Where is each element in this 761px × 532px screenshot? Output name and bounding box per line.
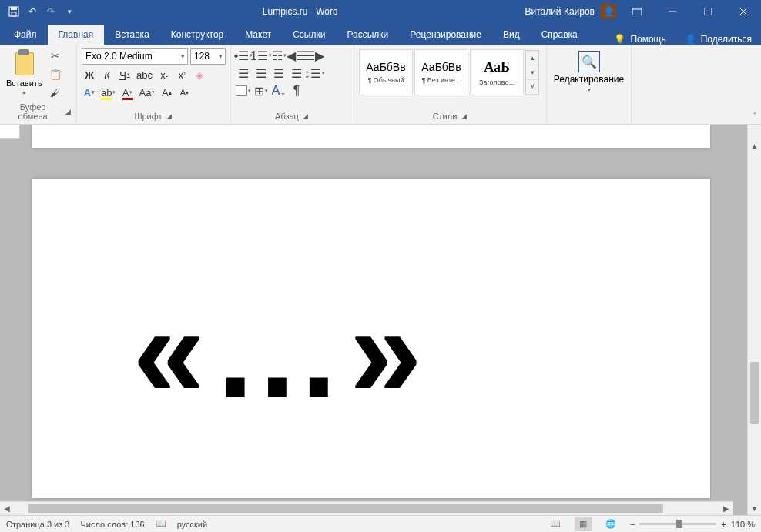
print-layout-button[interactable]: ▦ bbox=[575, 517, 592, 531]
tab-help[interactable]: Справка bbox=[531, 25, 588, 45]
clear-formatting-button[interactable]: ◈ bbox=[192, 67, 207, 82]
tab-references[interactable]: Ссылки bbox=[282, 25, 336, 45]
strikethrough-button[interactable]: abc bbox=[135, 67, 154, 82]
align-right-button[interactable]: ☰ bbox=[271, 65, 287, 81]
styles-scrollbar[interactable]: ▴▾⊻ bbox=[525, 50, 539, 95]
web-layout-button[interactable]: 🌐 bbox=[602, 517, 619, 531]
styles-more-icon[interactable]: ⊻ bbox=[526, 80, 538, 95]
user-avatar[interactable]: 👤 bbox=[601, 4, 616, 19]
editing-button[interactable]: 🔍 Редактирование ▾ bbox=[551, 48, 626, 93]
borders-button[interactable]: ⊞ bbox=[253, 83, 269, 99]
tab-home[interactable]: Главная bbox=[48, 25, 105, 45]
minimize-button[interactable] bbox=[655, 0, 690, 23]
svg-rect-1 bbox=[11, 7, 17, 10]
word-count[interactable]: Число слов: 136 bbox=[80, 520, 144, 529]
vscroll-up-button[interactable]: ▲ bbox=[748, 139, 761, 152]
qat-dropdown-icon[interactable]: ▾ bbox=[63, 5, 75, 18]
redo-icon[interactable]: ↷ bbox=[45, 5, 57, 18]
superscript-button[interactable]: x² bbox=[174, 67, 189, 82]
vscroll-thumb[interactable] bbox=[750, 362, 759, 425]
font-size-combo[interactable]: 128 bbox=[190, 48, 226, 65]
show-hide-button[interactable]: ¶ bbox=[289, 83, 304, 99]
document-page[interactable] bbox=[32, 125, 710, 148]
tab-layout[interactable]: Макет bbox=[234, 25, 282, 45]
copy-button[interactable]: 📋 bbox=[47, 66, 64, 82]
paste-button[interactable]: Вставить ▾ bbox=[5, 48, 44, 98]
change-case-button[interactable]: Aa bbox=[137, 85, 156, 100]
paragraph-group-label: Абзац bbox=[275, 112, 299, 121]
window-title: Lumpics.ru - Word bbox=[75, 6, 525, 17]
line-spacing-button[interactable]: ↕☰ bbox=[307, 65, 322, 81]
highlight-button[interactable]: ab bbox=[99, 85, 117, 100]
decrease-indent-button[interactable]: ◀☰ bbox=[289, 48, 304, 63]
styles-group-label: Стили bbox=[433, 112, 458, 121]
zoom-slider-thumb[interactable] bbox=[676, 520, 682, 528]
vscroll-track[interactable] bbox=[748, 152, 761, 501]
tab-mailings[interactable]: Рассылки bbox=[336, 25, 399, 45]
align-left-button[interactable]: ☰ bbox=[236, 65, 251, 81]
tab-file[interactable]: Файл bbox=[3, 25, 48, 45]
increase-indent-button[interactable]: ☰▶ bbox=[307, 48, 322, 63]
bullets-button[interactable]: •☰ bbox=[236, 48, 251, 63]
cut-button[interactable]: ✂ bbox=[47, 48, 64, 63]
maximize-button[interactable] bbox=[690, 0, 726, 23]
clipboard-group-label: Буфер обмена bbox=[5, 102, 61, 121]
ribbon-display-button[interactable] bbox=[619, 0, 655, 23]
hscroll-right-button[interactable]: ▶ bbox=[719, 502, 733, 515]
shading-button[interactable] bbox=[236, 83, 251, 99]
style-no-spacing[interactable]: АаБбВв¶ Без инте... bbox=[414, 49, 468, 95]
tell-me[interactable]: 💡Помощь bbox=[605, 34, 675, 45]
vscroll-down-button[interactable]: ▼ bbox=[748, 501, 761, 515]
proofing-icon[interactable]: 📖 bbox=[156, 519, 166, 529]
user-name[interactable]: Виталий Каиров bbox=[525, 6, 595, 17]
numbering-button[interactable]: 1☰ bbox=[253, 48, 269, 63]
ruler-toggle[interactable] bbox=[0, 125, 20, 139]
style-heading1[interactable]: АаБЗаголово... bbox=[470, 49, 524, 95]
hscroll-left-button[interactable]: ◀ bbox=[0, 502, 14, 515]
format-painter-button[interactable]: 🖌 bbox=[47, 85, 64, 100]
tab-review[interactable]: Рецензирование bbox=[399, 25, 492, 45]
styles-up-icon[interactable]: ▴ bbox=[526, 51, 538, 65]
zoom-slider[interactable] bbox=[639, 523, 716, 525]
tab-view[interactable]: Вид bbox=[492, 25, 531, 45]
font-color-button[interactable]: A bbox=[119, 85, 135, 100]
paragraph-dialog-launcher[interactable]: ◢ bbox=[302, 112, 310, 120]
font-dialog-launcher[interactable]: ◢ bbox=[166, 112, 173, 120]
hscroll-thumb[interactable] bbox=[28, 504, 662, 513]
italic-button[interactable]: К bbox=[99, 67, 115, 82]
subscript-button[interactable]: x₂ bbox=[156, 67, 172, 82]
tab-insert[interactable]: Вставка bbox=[104, 25, 160, 45]
style-normal[interactable]: АаБбВв¶ Обычный bbox=[359, 49, 413, 95]
styles-down-icon[interactable]: ▾ bbox=[526, 65, 538, 80]
document-page[interactable]: «…» bbox=[32, 179, 710, 498]
zoom-out-button[interactable]: − bbox=[630, 520, 635, 529]
undo-icon[interactable]: ↶ bbox=[26, 5, 39, 18]
find-icon: 🔍 bbox=[578, 51, 600, 72]
document-text[interactable]: «…» bbox=[132, 286, 610, 417]
multilevel-button[interactable]: ☶ bbox=[271, 48, 287, 63]
shrink-font-button[interactable]: A▾ bbox=[176, 85, 192, 100]
page-indicator[interactable]: Страница 3 из 3 bbox=[6, 520, 69, 529]
save-icon[interactable] bbox=[8, 5, 20, 18]
paste-icon bbox=[11, 49, 37, 77]
sort-button[interactable]: A↓ bbox=[271, 83, 287, 99]
styles-dialog-launcher[interactable]: ◢ bbox=[460, 112, 468, 120]
underline-button[interactable]: Ч bbox=[117, 67, 132, 82]
close-button[interactable] bbox=[726, 0, 761, 23]
collapse-ribbon-button[interactable]: ˇ bbox=[753, 112, 756, 121]
bold-button[interactable]: Ж bbox=[82, 67, 97, 82]
share-button[interactable]: 👤Поделиться bbox=[676, 34, 761, 45]
language-indicator[interactable]: русский bbox=[177, 520, 207, 529]
text-effects-button[interactable]: A bbox=[82, 85, 97, 100]
justify-button[interactable]: ☰ bbox=[289, 65, 304, 81]
grow-font-button[interactable]: A▴ bbox=[159, 85, 174, 100]
hscroll-track[interactable] bbox=[14, 502, 719, 515]
svg-rect-2 bbox=[12, 12, 16, 16]
clipboard-dialog-launcher[interactable]: ◢ bbox=[64, 108, 72, 115]
tab-design[interactable]: Конструктор bbox=[160, 25, 234, 45]
font-name-combo[interactable]: Exo 2.0 Medium bbox=[82, 48, 188, 65]
zoom-level[interactable]: 110 % bbox=[731, 520, 755, 529]
align-center-button[interactable]: ☰ bbox=[253, 65, 269, 81]
zoom-in-button[interactable]: + bbox=[721, 520, 726, 529]
read-mode-button[interactable]: 📖 bbox=[547, 517, 564, 531]
